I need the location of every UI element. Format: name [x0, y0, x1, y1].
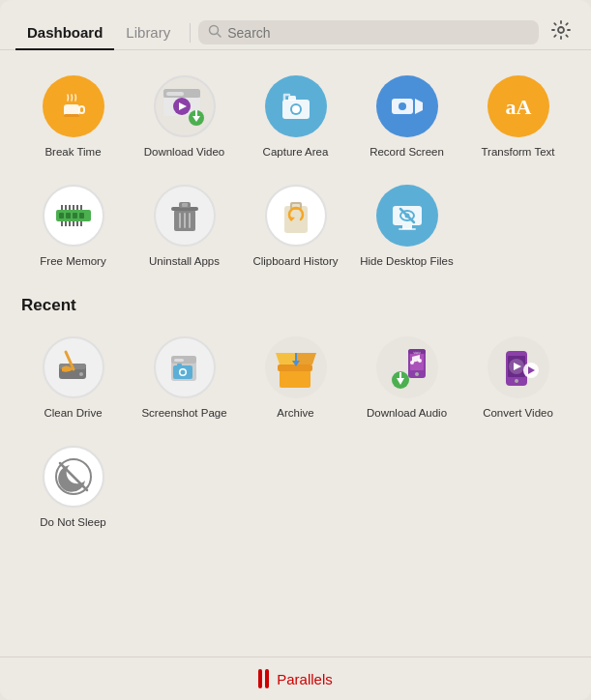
svg-rect-6: [64, 114, 79, 117]
svg-rect-68: [174, 359, 184, 362]
recent-section-title: Recent: [21, 296, 572, 315]
parallels-bars-icon: [258, 669, 269, 688]
svg-rect-51: [284, 206, 308, 233]
svg-rect-37: [80, 221, 82, 226]
clean-drive-icon: [43, 336, 104, 398]
clean-drive-label: Clean Drive: [44, 406, 102, 421]
svg-rect-34: [69, 221, 71, 226]
capture-area-icon: [265, 75, 327, 137]
content-area: Break Time: [0, 50, 591, 656]
svg-point-79: [415, 372, 419, 376]
svg-rect-74: [278, 365, 312, 371]
icon-clean-drive[interactable]: Clean Drive: [19, 327, 127, 428]
svg-rect-31: [79, 213, 84, 219]
parallels-text: Parallels: [277, 671, 333, 687]
tab-library[interactable]: Library: [114, 16, 182, 50]
svg-rect-41: [73, 205, 74, 210]
svg-rect-30: [73, 213, 77, 219]
svg-rect-84: [399, 372, 401, 380]
svg-rect-58: [399, 228, 416, 230]
svg-rect-43: [80, 205, 82, 210]
svg-point-71: [180, 369, 185, 374]
icon-hide-desktop[interactable]: Hide Desktop Files: [353, 175, 460, 277]
icon-uninstall-apps[interactable]: Uninstall Apps: [131, 175, 238, 277]
svg-rect-20: [288, 96, 296, 101]
svg-rect-9: [166, 92, 184, 96]
svg-text:www: www: [413, 349, 421, 354]
download-audio-label: Download Audio: [367, 406, 447, 421]
screenshot-page-icon: [154, 336, 216, 398]
do-not-sleep-label: Do Not Sleep: [40, 515, 105, 530]
icon-record-screen[interactable]: Record Screen: [353, 66, 460, 167]
svg-point-80: [410, 361, 414, 365]
clipboard-history-icon: [265, 185, 327, 247]
uninstall-apps-label: Uninstall Apps: [149, 254, 220, 269]
search-input[interactable]: [227, 25, 529, 41]
icon-archive[interactable]: Archive: [242, 327, 349, 428]
footer: Parallels: [0, 656, 591, 700]
svg-line-1: [218, 34, 222, 38]
search-bar: [198, 20, 539, 44]
svg-point-89: [515, 379, 518, 383]
header: Dashboard Library: [0, 0, 591, 50]
svg-rect-39: [65, 205, 67, 210]
hide-desktop-icon: [376, 185, 438, 247]
icon-break-time[interactable]: Break Time: [19, 66, 127, 167]
transform-text-icon: aA: [488, 75, 549, 137]
capture-area-label: Capture Area: [263, 145, 329, 160]
download-audio-icon: www: [376, 336, 438, 398]
record-screen-icon: [376, 75, 438, 137]
transform-text-label: Transform Text: [481, 145, 554, 160]
app-window: Dashboard Library: [0, 0, 591, 700]
break-time-label: Break Time: [44, 145, 101, 160]
header-divider: [190, 23, 191, 43]
empty-cell: [464, 175, 572, 277]
settings-button[interactable]: [547, 15, 576, 49]
svg-rect-47: [182, 203, 188, 207]
free-memory-label: Free Memory: [40, 254, 105, 269]
icon-download-audio[interactable]: www Download Audio: [353, 327, 460, 428]
archive-label: Archive: [277, 406, 313, 421]
main-icons-grid: Break Time: [19, 66, 572, 277]
icon-screenshot-page[interactable]: Screenshot Page: [131, 327, 238, 428]
svg-point-19: [292, 105, 300, 113]
svg-rect-36: [76, 221, 78, 226]
icon-capture-area[interactable]: Capture Area: [242, 66, 349, 167]
icon-do-not-sleep[interactable]: Do Not Sleep: [19, 436, 127, 538]
svg-rect-38: [61, 205, 63, 210]
parallels-logo: Parallels: [258, 669, 333, 688]
svg-rect-42: [76, 205, 78, 210]
tab-dashboard[interactable]: Dashboard: [15, 16, 114, 50]
svg-point-2: [558, 27, 564, 33]
icon-clipboard-history[interactable]: Clipboard History: [242, 175, 349, 277]
svg-rect-29: [66, 213, 71, 219]
archive-icon: [265, 336, 327, 398]
hide-desktop-label: Hide Desktop Files: [360, 254, 454, 269]
svg-point-81: [418, 359, 422, 363]
download-video-icon: [154, 75, 216, 137]
icon-free-memory[interactable]: Free Memory: [19, 175, 127, 277]
icon-download-video[interactable]: Download Video: [131, 66, 238, 167]
uninstall-apps-icon: [154, 185, 216, 247]
search-icon: [208, 24, 222, 41]
svg-rect-76: [295, 353, 297, 361]
svg-rect-15: [195, 110, 197, 118]
download-video-label: Download Video: [144, 145, 225, 160]
icon-transform-text[interactable]: aA Transform Text: [464, 66, 572, 167]
svg-rect-35: [73, 221, 74, 226]
svg-rect-40: [69, 205, 71, 210]
screenshot-page-label: Screenshot Page: [141, 406, 226, 421]
convert-video-icon: [488, 336, 549, 398]
free-memory-icon: [43, 185, 104, 247]
clipboard-history-label: Clipboard History: [252, 254, 338, 269]
icon-convert-video[interactable]: Convert Video: [464, 327, 572, 428]
svg-rect-72: [177, 364, 182, 366]
record-screen-label: Record Screen: [369, 145, 444, 160]
convert-video-label: Convert Video: [483, 406, 553, 421]
do-not-sleep-icon: [43, 446, 104, 508]
recent-icons-grid: Clean Drive S: [19, 327, 572, 538]
svg-point-24: [399, 102, 406, 110]
break-time-icon: [43, 75, 104, 137]
svg-rect-33: [65, 221, 67, 226]
svg-text:aA: aA: [505, 95, 531, 119]
